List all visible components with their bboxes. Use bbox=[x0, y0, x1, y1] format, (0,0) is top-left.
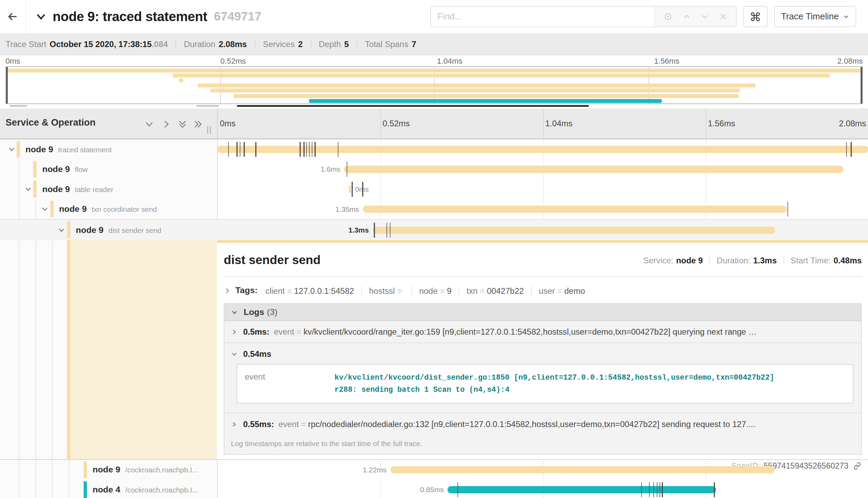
log-entry-expanded[interactable]: 0.54mseventkv/kvclient/kvcoord/dist_send… bbox=[224, 343, 861, 413]
span-tree-cell[interactable]: node 4/cockroach.roachpb.I... bbox=[0, 480, 217, 498]
span-bar[interactable] bbox=[448, 486, 716, 494]
meta-label: Start Time: bbox=[791, 255, 831, 265]
span-timeline-cell[interactable]: 0ms bbox=[217, 179, 868, 199]
span-timeline-cell[interactable]: 1.35ms bbox=[217, 199, 868, 219]
row-chevron-down-icon[interactable] bbox=[41, 205, 48, 213]
span-service-name[interactable]: node 9txn coordinator send bbox=[59, 204, 157, 214]
trace-title-chevron-down-icon[interactable] bbox=[35, 10, 47, 22]
span-service-name[interactable]: node 9table reader bbox=[42, 184, 113, 194]
row-chevron-down-icon[interactable] bbox=[57, 226, 65, 234]
log-marker-tick bbox=[338, 142, 338, 157]
span-timeline-cell[interactable] bbox=[217, 139, 868, 160]
locate-icon[interactable] bbox=[663, 12, 673, 22]
summary-separator bbox=[176, 39, 176, 48]
minimap-scrollbar-nub bbox=[197, 105, 219, 107]
log-marker-tick bbox=[256, 142, 256, 157]
column-resize-handle[interactable] bbox=[207, 126, 211, 134]
span-timeline-cell[interactable]: 1.22ms bbox=[217, 460, 868, 480]
summary-item-value: 7 bbox=[411, 39, 416, 49]
span-duration-label: 1.6ms bbox=[321, 165, 340, 173]
ruler-time-label: 1.04ms bbox=[545, 118, 573, 128]
span-detail-row: dist sender send Service:node 9Duration:… bbox=[0, 240, 868, 460]
span-timeline-cell[interactable]: 1.6ms bbox=[217, 159, 868, 179]
ruler-gridline bbox=[543, 108, 544, 138]
trace-title: node 9: traced statement bbox=[53, 9, 207, 25]
span-service-name[interactable]: node 4/cockroach.roachpb.I... bbox=[92, 485, 198, 495]
span-tree-cell[interactable]: node 9flow bbox=[0, 159, 217, 179]
next-result-icon[interactable] bbox=[700, 12, 710, 22]
minimap-scrollbar-thumb[interactable] bbox=[237, 105, 588, 107]
span-row-selected: node 9dist sender send1.3ms bbox=[0, 219, 868, 240]
log-field-key: event bbox=[237, 365, 328, 403]
log-entry[interactable]: 0.5ms:event=kv/kvclient/kvcoord/range_it… bbox=[224, 321, 861, 342]
keyboard-shortcuts-button[interactable]: ⌘ bbox=[743, 6, 768, 27]
span-tree-cell[interactable]: node 9traced statement bbox=[0, 139, 217, 160]
row-chevron-down-icon[interactable] bbox=[8, 145, 15, 153]
clear-search-icon[interactable] bbox=[719, 12, 728, 21]
span-bar[interactable] bbox=[390, 466, 774, 473]
span-row: node 9/cockroach.roachpb.I...1.22ms bbox=[0, 460, 868, 480]
log-equals: = bbox=[301, 419, 306, 429]
tag-item[interactable]: hostssl= bbox=[369, 286, 404, 295]
back-button[interactable] bbox=[0, 0, 26, 33]
minimap-left-handle[interactable] bbox=[6, 67, 8, 103]
collapse-all-icon[interactable] bbox=[177, 119, 188, 129]
span-service-name[interactable]: node 9flow bbox=[42, 164, 88, 174]
span-bar[interactable] bbox=[349, 185, 352, 193]
span-color-strip bbox=[84, 481, 87, 498]
collapse-one-icon[interactable] bbox=[144, 119, 154, 129]
log-entry[interactable]: 0.55ms:event=rpc/nodedialer/nodedialer.g… bbox=[224, 413, 861, 435]
service-operation-header-cell: Service & Operation bbox=[0, 108, 218, 138]
log-marker-tick bbox=[304, 142, 304, 157]
log-marker-tick bbox=[851, 142, 851, 157]
minimap-canvas[interactable] bbox=[6, 66, 863, 104]
minimap-scrubber[interactable] bbox=[6, 105, 863, 107]
minimap-span-bar bbox=[6, 68, 862, 72]
span-bar[interactable] bbox=[344, 166, 843, 173]
tag-item[interactable]: txn=00427b22 bbox=[467, 286, 524, 295]
chevron-down-icon bbox=[843, 13, 849, 20]
minimap-right-handle[interactable] bbox=[861, 67, 862, 103]
tag-item[interactable]: node=9 bbox=[419, 286, 452, 295]
tag-value: 00427b22 bbox=[487, 286, 524, 295]
span-service-name[interactable]: node 9dist sender send bbox=[76, 225, 161, 235]
log-marker-tick bbox=[244, 142, 245, 157]
meta-value: node 9 bbox=[676, 255, 703, 265]
span-bar[interactable] bbox=[373, 226, 775, 234]
summary-separator bbox=[255, 39, 255, 48]
span-bar[interactable] bbox=[363, 206, 787, 213]
minimap-time-label: 2.08ms bbox=[838, 56, 863, 65]
chevron-right-icon bbox=[231, 329, 238, 335]
log-field-value: kv/kvclient/kvcoord/dist_sender.go:1850 … bbox=[328, 365, 784, 403]
expand-one-icon[interactable] bbox=[161, 119, 171, 129]
chevron-right-icon bbox=[231, 421, 238, 428]
logs-count: (3) bbox=[267, 307, 277, 317]
tag-item[interactable]: client=127.0.0.1:54582 bbox=[265, 286, 354, 295]
log-marker-tick bbox=[653, 482, 654, 497]
tag-item[interactable]: user=demo bbox=[539, 286, 585, 295]
log-marker-tick bbox=[352, 182, 353, 197]
span-service-name[interactable]: node 9/cockroach.roachpb.I... bbox=[92, 465, 198, 475]
summary-item-value: 2.08ms bbox=[219, 39, 247, 49]
log-marker-tick bbox=[347, 162, 347, 177]
expand-all-icon[interactable] bbox=[193, 119, 203, 129]
log-marker-tick bbox=[387, 223, 387, 237]
span-operation-name: dist sender send bbox=[108, 226, 161, 234]
span-duration-label: 0.85ms bbox=[420, 486, 444, 494]
span-service-name[interactable]: node 9traced statement bbox=[26, 144, 112, 154]
find-input[interactable] bbox=[431, 7, 654, 27]
logs-header[interactable]: Logs (3) bbox=[224, 304, 861, 321]
row-chevron-down-icon[interactable] bbox=[24, 185, 32, 193]
span-tree-cell[interactable]: node 9/cockroach.roachpb.I... bbox=[0, 460, 217, 480]
span-tree-cell[interactable]: node 9txn coordinator send bbox=[0, 199, 217, 219]
minimap-span-bar bbox=[211, 89, 740, 92]
tags-accordion[interactable]: Tags: client=127.0.0.1:54582hostssl=node… bbox=[224, 282, 862, 299]
span-timeline-cell[interactable]: 0.85ms bbox=[217, 480, 868, 498]
span-tree-cell[interactable]: node 9table reader bbox=[0, 179, 217, 199]
span-tree-cell[interactable]: node 9dist sender send bbox=[0, 220, 217, 240]
view-selector-button[interactable]: Trace Timeline bbox=[774, 6, 856, 27]
span-color-strip bbox=[84, 461, 87, 478]
tag-separator bbox=[531, 286, 532, 295]
prev-result-icon[interactable] bbox=[682, 12, 692, 22]
span-timeline-cell[interactable]: 1.3ms bbox=[217, 220, 868, 240]
